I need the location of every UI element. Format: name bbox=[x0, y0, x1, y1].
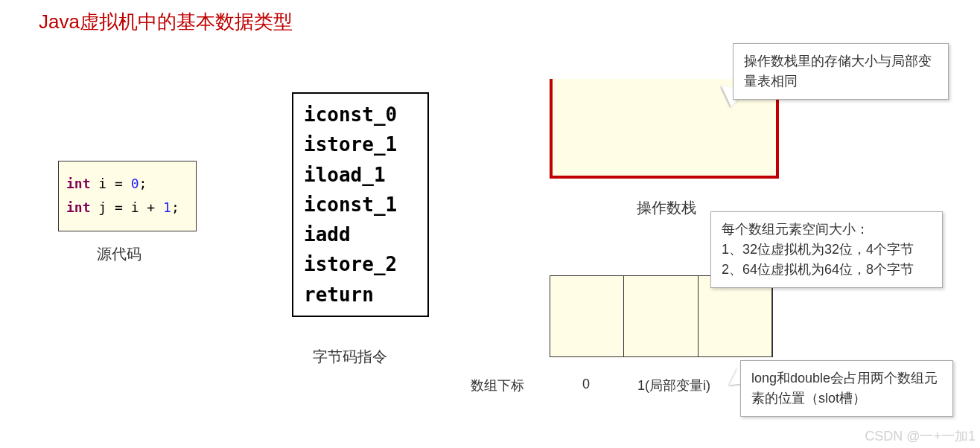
bytecode-line: iadd bbox=[304, 220, 417, 249]
index-0: 0 bbox=[582, 377, 590, 392]
keyword-int: int bbox=[66, 199, 91, 215]
bytecode-label: 字节码指令 bbox=[313, 347, 387, 367]
source-line1-end: ; bbox=[139, 176, 147, 191]
callout-slot-size: 每个数组元素空间大小： 1、32位虚拟机为32位，4个字节 2、64位虚拟机为6… bbox=[710, 211, 943, 288]
source-num-0: 0 bbox=[131, 176, 139, 191]
page-title: Java虚拟机中的基本数据类型 bbox=[39, 9, 293, 35]
array-index-label: 数组下标 bbox=[471, 377, 524, 394]
source-code-label: 源代码 bbox=[97, 244, 141, 264]
bytecode-line: iload_1 bbox=[304, 160, 417, 190]
bytecode-line: istore_2 bbox=[304, 249, 417, 279]
bytecode-box: iconst_0 istore_1 iload_1 iconst_1 iadd … bbox=[292, 92, 429, 317]
source-line2-end: ; bbox=[171, 199, 179, 215]
watermark: CSDN @一+一加1 bbox=[865, 427, 976, 445]
index-1: 1(局部变量i) bbox=[637, 377, 710, 394]
bytecode-line: iconst_1 bbox=[304, 190, 417, 220]
callout-stack-size: 操作数栈里的存储大小与局部变量表相同 bbox=[733, 43, 949, 100]
keyword-int: int bbox=[66, 176, 91, 191]
source-line1-mid: i = bbox=[91, 176, 131, 191]
source-line2-mid: j = i + bbox=[91, 199, 164, 215]
slot-1 bbox=[624, 275, 699, 357]
bytecode-line: return bbox=[304, 280, 417, 310]
bytecode-line: istore_1 bbox=[304, 129, 417, 159]
source-num-1: 1 bbox=[163, 199, 171, 215]
operand-stack-label: 操作数栈 bbox=[637, 198, 696, 218]
source-code-box: int i = 0; int j = i + 1; bbox=[58, 161, 197, 231]
bytecode-line: iconst_0 bbox=[304, 100, 417, 129]
slot-0 bbox=[550, 275, 624, 357]
callout-long-double: long和double会占用两个数组元素的位置（slot槽） bbox=[740, 360, 953, 417]
